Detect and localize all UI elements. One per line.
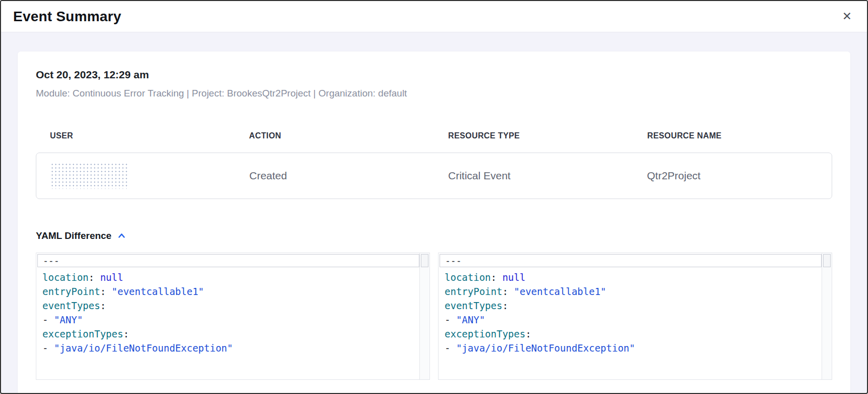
yaml-code-line: location: null	[445, 270, 822, 284]
yaml-pane-left: --- location: nullentryPoint: "eventcall…	[36, 253, 430, 380]
yaml-code-line: exceptionTypes:	[42, 327, 419, 341]
yaml-difference-toggle[interactable]: YAML Difference	[36, 230, 832, 241]
diff-header-line: ---	[37, 254, 419, 267]
yaml-difference-label: YAML Difference	[36, 230, 112, 241]
yaml-code-line: exceptionTypes:	[445, 327, 822, 341]
yaml-code-line: eventTypes:	[42, 299, 419, 313]
yaml-pane-right: --- location: nullentryPoint: "eventcall…	[438, 253, 832, 380]
event-summary-modal: Event Summary ✕ Oct 20, 2023, 12:29 am M…	[0, 0, 868, 394]
resource-name-cell: Qtr2Project	[633, 170, 832, 182]
yaml-code-area: location: nullentryPoint: "eventcallable…	[36, 268, 419, 355]
event-card: Oct 20, 2023, 12:29 am Module: Continuou…	[18, 52, 850, 393]
scrollbar-corner	[421, 254, 428, 267]
yaml-code-line: - "ANY"	[42, 313, 419, 327]
action-cell: Created	[235, 170, 434, 182]
vertical-scrollbar[interactable]	[419, 253, 429, 379]
yaml-diff-panes: --- location: nullentryPoint: "eventcall…	[36, 253, 832, 380]
yaml-code-right: --- location: nullentryPoint: "eventcall…	[439, 253, 822, 379]
event-meta: Module: Continuous Error Tracking | Proj…	[36, 88, 832, 99]
yaml-code-line: - "java/io/FileNotFoundException"	[445, 341, 822, 355]
column-header: ACTION	[235, 131, 435, 140]
vertical-scrollbar[interactable]	[822, 253, 832, 379]
close-icon[interactable]: ✕	[840, 9, 854, 24]
column-header: RESOURCE TYPE	[434, 131, 633, 140]
user-cell	[36, 163, 235, 189]
modal-body: Oct 20, 2023, 12:29 am Module: Continuou…	[1, 32, 867, 393]
event-timestamp: Oct 20, 2023, 12:29 am	[36, 69, 832, 81]
user-redacted-avatar	[50, 163, 129, 189]
yaml-code-line: location: null	[42, 270, 419, 284]
column-header: RESOURCE NAME	[633, 131, 833, 140]
yaml-code-line: eventTypes:	[445, 299, 822, 313]
yaml-code-line: entryPoint: "eventcallable1"	[445, 284, 822, 299]
yaml-code-area: location: nullentryPoint: "eventcallable…	[439, 268, 822, 355]
resource-type-cell: Critical Event	[434, 170, 633, 182]
table-row-grid: Created Critical Event Qtr2Project	[36, 153, 832, 199]
yaml-code-line: - "ANY"	[445, 313, 822, 327]
yaml-code-line: - "java/io/FileNotFoundException"	[42, 341, 419, 355]
yaml-code-line: entryPoint: "eventcallable1"	[42, 284, 419, 299]
table-header-row: USERACTIONRESOURCE TYPERESOURCE NAME	[36, 131, 832, 140]
yaml-code-left: --- location: nullentryPoint: "eventcall…	[36, 253, 419, 379]
chevron-up-icon[interactable]	[117, 231, 127, 241]
diff-header-line: ---	[440, 254, 822, 267]
column-header: USER	[36, 131, 235, 140]
modal-header: Event Summary ✕	[1, 1, 867, 32]
table-row: Created Critical Event Qtr2Project	[36, 153, 832, 199]
page-title: Event Summary	[13, 9, 121, 25]
scrollbar-corner	[823, 254, 831, 267]
